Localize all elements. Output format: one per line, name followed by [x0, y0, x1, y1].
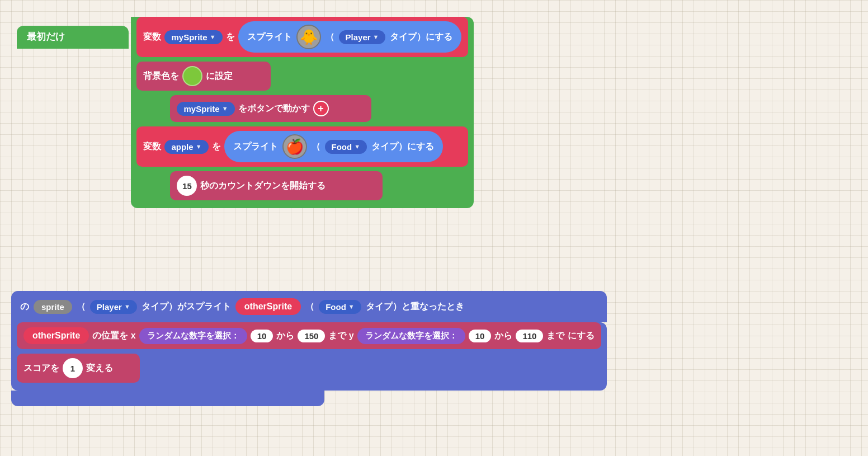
to2-badge[interactable]: 110: [516, 330, 543, 342]
block4-prefix: 変数: [143, 141, 161, 153]
from2-badge[interactable]: 10: [469, 330, 492, 342]
player-event-arrow: ▼: [124, 303, 130, 310]
bg-suffix: に設定: [206, 70, 233, 82]
countdown-block[interactable]: 15 秒のカウントダウンを開始する: [170, 171, 383, 200]
player-type-dropdown[interactable]: Player ▼: [339, 30, 386, 44]
apple-dropdown[interactable]: apple ▼: [164, 140, 208, 154]
random-x-pill[interactable]: ランダムな数字を選択：: [139, 328, 247, 344]
color-circle[interactable]: [182, 66, 202, 86]
hat-block[interactable]: 最初だけ: [17, 26, 129, 49]
other-sprite-move[interactable]: otherSprite: [23, 327, 89, 344]
move-suffix: にする: [568, 330, 595, 342]
bg-color-block[interactable]: 背景色を に設定: [136, 62, 271, 91]
mysprite-label: mySprite: [171, 32, 207, 42]
sprite-label-1: スプライト: [247, 31, 292, 43]
player-type-event-dropdown[interactable]: Player ▼: [90, 300, 137, 314]
from1-badge[interactable]: 10: [251, 330, 273, 342]
sprite-label-event[interactable]: sprite: [34, 300, 72, 314]
mysprite-arrow-2: ▼: [222, 105, 228, 112]
random-y-pill[interactable]: ランダムな数字を選択：: [357, 328, 465, 344]
food-emoji: 🍎: [286, 138, 304, 156]
sprite-pill-2[interactable]: スプライト 🍎 （ Food ▼ タイプ）にする: [224, 131, 444, 162]
paren-open-1: （: [326, 31, 334, 43]
green-container: 変数 mySprite ▼ を スプライト 🐥 （ Player ▼ タイプ）に…: [131, 17, 474, 208]
apple-arrow: ▼: [196, 143, 202, 150]
food-event-arrow: ▼: [348, 303, 355, 310]
food-arrow: ▼: [354, 143, 360, 150]
block1-suffix: タイプ）にする: [390, 31, 452, 43]
block1-connector: を: [226, 31, 235, 43]
event-bottom-bar: [11, 391, 324, 406]
food-type-event: Food: [326, 302, 346, 312]
random-x-label: ランダムな数字を選択：: [147, 331, 239, 341]
move-button-block[interactable]: mySprite ▼ をボタンで動かす +: [170, 95, 371, 122]
other-sprite-text: otherSprite: [244, 302, 292, 311]
event-suffix: タイプ）と重なったとき: [366, 301, 464, 313]
set-mysprite-block[interactable]: 変数 mySprite ▼ を スプライト 🐥 （ Player ▼ タイプ）に…: [136, 17, 468, 57]
event-header[interactable]: の sprite （ Player ▼ タイプ）がスプライト otherSpri…: [11, 291, 607, 322]
block3-suffix: をボタンで動かす: [238, 103, 310, 115]
mysprite-dropdown-2[interactable]: mySprite ▼: [177, 102, 234, 116]
hat-label: 最初だけ: [27, 31, 65, 42]
food-sprite-icon[interactable]: 🍎: [282, 134, 307, 159]
plus-button[interactable]: +: [313, 101, 329, 116]
block4-connector: を: [212, 141, 221, 153]
move-position-block[interactable]: otherSprite の位置を x ランダムな数字を選択： 10 から 150…: [17, 322, 601, 349]
sprite-pill-1[interactable]: スプライト 🐥 （ Player ▼ タイプ）にする: [238, 21, 462, 53]
event-body: otherSprite の位置を x ランダムな数字を選択： 10 から 150…: [11, 322, 607, 391]
move-text1: の位置を x: [92, 330, 135, 342]
paren-open-2: （: [312, 141, 320, 153]
bg-label: 背景色を: [143, 70, 179, 82]
player-arrow: ▼: [373, 34, 379, 40]
event-prefix: の: [20, 301, 29, 313]
player-type-event: Player: [97, 302, 122, 312]
event-area: の sprite （ Player ▼ タイプ）がスプライト otherSpri…: [11, 291, 607, 406]
connector1: から: [276, 330, 294, 342]
other-sprite-move-text: otherSprite: [32, 331, 80, 340]
sprite-text: sprite: [41, 302, 64, 312]
score-num[interactable]: 1: [63, 358, 83, 378]
score-block[interactable]: スコアを 1 変える: [17, 354, 140, 383]
limit1: まで y: [328, 330, 353, 342]
random-y-label: ランダムな数字を選択：: [365, 331, 457, 341]
mysprite-arrow: ▼: [210, 34, 216, 40]
limit2: まで: [546, 330, 564, 342]
player-emoji: 🐥: [300, 29, 318, 46]
food-type-label: Food: [332, 142, 352, 152]
block1-prefix: 変数: [143, 31, 161, 43]
score-label: スコアを: [23, 363, 59, 374]
hat-block-area: 最初だけ 変数 mySprite ▼ を スプライト 🐥 （ Player ▼ …: [17, 17, 474, 208]
player-type-label: Player: [346, 32, 371, 42]
apple-label: apple: [171, 142, 193, 152]
food-type-event-dropdown[interactable]: Food ▼: [319, 300, 361, 314]
block5-suffix: 秒のカウントダウンを開始する: [200, 180, 326, 192]
player-sprite-icon[interactable]: 🐥: [296, 25, 321, 49]
mysprite-label-2: mySprite: [183, 104, 219, 114]
set-apple-block[interactable]: 変数 apple ▼ を スプライト 🍎 （ Food ▼ タイプ）にする: [136, 126, 468, 167]
other-sprite-label[interactable]: otherSprite: [235, 298, 301, 315]
mysprite-dropdown[interactable]: mySprite ▼: [164, 30, 222, 44]
event-mid1: （: [77, 301, 86, 313]
countdown-num[interactable]: 15: [177, 176, 197, 196]
connector2: から: [494, 330, 512, 342]
event-mid3: （: [305, 301, 314, 313]
to1-badge[interactable]: 150: [298, 330, 325, 342]
score-suffix: 変える: [86, 363, 113, 374]
event-mid2: タイプ）がスプライト: [141, 301, 231, 313]
block4-suffix: タイプ）にする: [371, 141, 434, 153]
sprite-label-2: スプライト: [233, 141, 278, 153]
food-type-dropdown[interactable]: Food ▼: [325, 140, 367, 154]
